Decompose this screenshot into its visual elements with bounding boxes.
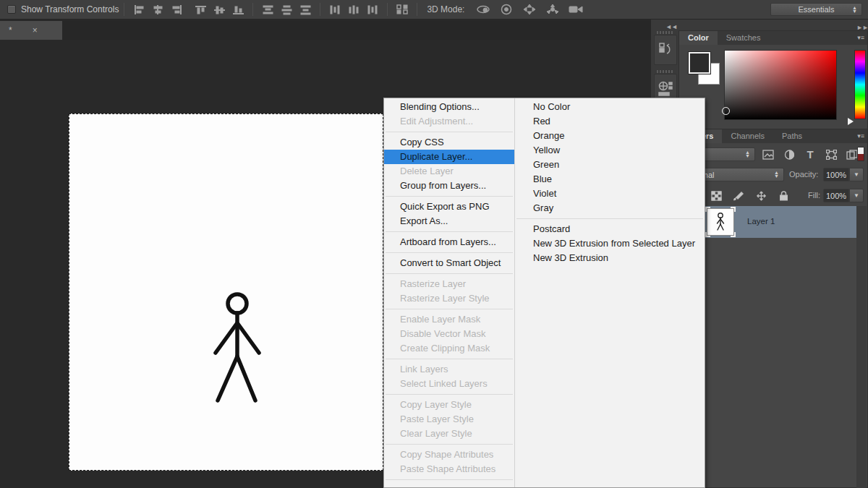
distribute-top-edges-icon[interactable]	[259, 2, 276, 17]
filter-type-layers-icon[interactable]: T	[802, 147, 818, 161]
menu-separator	[386, 394, 513, 395]
menu-item-export-as[interactable]: Export As...	[384, 214, 514, 228]
align-right-edges-icon[interactable]	[168, 2, 185, 17]
menu-item-red[interactable]: Red	[515, 114, 705, 129]
tab-swatches[interactable]: Swatches	[718, 31, 770, 45]
layers-panel: Layers Channels Paths ▾≡ Kind ▲▼ T Norma…	[678, 129, 868, 488]
menu-separator	[386, 132, 513, 132]
menu-separator	[386, 359, 513, 359]
context-menu-column-1: Blending Options...Edit Adjustment...Cop…	[384, 98, 515, 487]
opacity-value[interactable]: 100%	[823, 168, 849, 181]
align-top-edges-icon[interactable]	[192, 2, 209, 17]
lock-all-icon[interactable]	[775, 189, 791, 202]
hue-slider-pointer[interactable]	[848, 118, 854, 125]
menu-item-gray[interactable]: Gray	[515, 201, 705, 215]
align-vertical-centers-icon[interactable]	[210, 2, 228, 17]
menu-item-green[interactable]: Green	[515, 158, 705, 172]
filter-pixel-layers-icon[interactable]	[760, 147, 776, 161]
layer-filtering-toggle[interactable]	[857, 147, 864, 161]
canvas[interactable]	[69, 114, 383, 471]
filter-shape-layers-icon[interactable]	[823, 147, 839, 161]
lock-transparent-pixels-icon[interactable]	[708, 189, 724, 202]
show-transform-controls-label: Show Transform Controls	[21, 4, 119, 14]
menu-item-artboard-from-layers[interactable]: Artboard from Layers...	[384, 235, 514, 249]
menu-item-edit-adjustment: Edit Adjustment...	[384, 114, 514, 129]
toolbar-separator	[387, 3, 388, 16]
menu-item-duplicate-layer[interactable]: Duplicate Layer...	[384, 150, 514, 164]
menu-separator	[386, 309, 513, 309]
distribute-horizontal-centers-icon[interactable]	[345, 2, 362, 17]
workspace-switcher[interactable]: Essentials ▲▼	[770, 3, 862, 16]
layers-scrollbar[interactable]	[856, 206, 867, 488]
align-bottom-edges-icon[interactable]	[229, 2, 247, 17]
lock-position-icon[interactable]	[753, 189, 769, 202]
3d-orbit-icon[interactable]	[475, 2, 492, 17]
menu-item-copy-shape-attributes: Copy Shape Attributes	[384, 448, 514, 462]
color-field-cursor[interactable]	[722, 107, 730, 115]
menu-item-copy-css[interactable]: Copy CSS	[384, 135, 514, 150]
selection-corner	[705, 207, 710, 212]
opacity-dropdown-arrow[interactable]: ▼	[849, 168, 864, 181]
menu-separator	[516, 218, 703, 219]
menu-item-quick-export-as-png[interactable]: Quick Export as PNG	[384, 200, 514, 214]
layer-row[interactable]: Layer 1	[680, 206, 858, 238]
menu-item-blending-options[interactable]: Blending Options...	[384, 100, 514, 114]
3d-mode-label: 3D Mode:	[427, 4, 464, 14]
foreground-color-swatch[interactable]	[689, 52, 710, 74]
filter-adjustment-layers-icon[interactable]	[781, 147, 797, 161]
menu-item-paste-shape-attributes: Paste Shape Attributes	[384, 462, 514, 476]
align-left-edges-icon[interactable]	[130, 2, 148, 17]
menu-separator	[386, 479, 513, 480]
color-panel-menu-icon[interactable]: ▾≡	[857, 34, 864, 41]
show-transform-controls-checkbox[interactable]	[7, 5, 16, 14]
align-horizontal-centers-icon[interactable]	[149, 2, 166, 17]
menu-item-orange[interactable]: Orange	[515, 129, 705, 143]
document-tab[interactable]: * ×	[0, 21, 62, 40]
workspace-label: Essentials	[798, 5, 834, 14]
kind-arrows-icon: ▲▼	[745, 150, 750, 158]
distribute-vertical-centers-icon[interactable]	[278, 2, 295, 17]
tab-channels[interactable]: Channels	[722, 129, 773, 143]
fill-dropdown-arrow[interactable]: ▼	[849, 189, 864, 202]
menu-item-new-3d-extrusion-from-selected-layer[interactable]: New 3D Extrusion from Selected Layer	[515, 236, 705, 251]
hue-slider[interactable]	[854, 50, 866, 119]
distribute-bottom-edges-icon[interactable]	[297, 2, 314, 17]
menu-item-delete-layer: Delete Layer	[384, 164, 514, 179]
fill-value[interactable]: 100%	[823, 189, 849, 202]
tab-paths[interactable]: Paths	[773, 129, 811, 143]
3d-camera-icon[interactable]	[567, 2, 584, 17]
menu-item-clear-layer-style: Clear Layer Style	[384, 427, 514, 441]
options-bar: Show Transform Controls 3D Mode:	[0, 0, 868, 20]
menu-item-blue[interactable]: Blue	[515, 172, 705, 187]
menu-item-convert-to-smart-object[interactable]: Convert to Smart Object	[384, 256, 514, 270]
layer-thumbnail[interactable]	[707, 208, 734, 236]
menu-item-postcard[interactable]: Postcard	[515, 222, 705, 236]
menu-item-group-from-layers[interactable]: Group from Layers...	[384, 179, 514, 193]
threed-panel-icon	[658, 80, 673, 98]
saturation-brightness-field[interactable]	[724, 50, 837, 120]
distribute-right-edges-icon[interactable]	[364, 2, 381, 17]
layer-name[interactable]: Layer 1	[747, 217, 775, 226]
lock-image-pixels-icon[interactable]	[731, 189, 746, 202]
menu-item-violet[interactable]: Violet	[515, 187, 705, 201]
toolbar-separator	[124, 3, 124, 16]
tab-color[interactable]: Color	[679, 31, 718, 45]
menu-item-no-color[interactable]: No Color	[515, 100, 705, 114]
distribute-left-edges-icon[interactable]	[326, 2, 344, 17]
menu-item-yellow[interactable]: Yellow	[515, 143, 705, 158]
3d-roll-icon[interactable]	[498, 2, 515, 17]
document-tab-bar: * ×	[0, 20, 651, 40]
collapse-dock-icon[interactable]: ◄◄	[665, 23, 677, 30]
history-panel-button[interactable]	[654, 35, 677, 65]
menu-item-rasterize-layer-style: Rasterize Layer Style	[384, 291, 514, 306]
3d-drag-icon[interactable]	[521, 2, 538, 17]
close-tab-icon[interactable]: ×	[33, 25, 38, 35]
layers-panel-menu-icon[interactable]: ▾≡	[857, 132, 864, 140]
selection-corner	[705, 232, 710, 237]
opacity-label: Opacity:	[789, 170, 818, 179]
menu-item-new-3d-extrusion[interactable]: New 3D Extrusion	[515, 251, 705, 265]
menu-item-link-layers: Link Layers	[384, 362, 514, 377]
3d-slide-icon[interactable]	[544, 2, 561, 17]
workspace-arrows-icon: ▲▼	[852, 6, 857, 13]
distribute-spacing-icon[interactable]	[393, 2, 411, 17]
